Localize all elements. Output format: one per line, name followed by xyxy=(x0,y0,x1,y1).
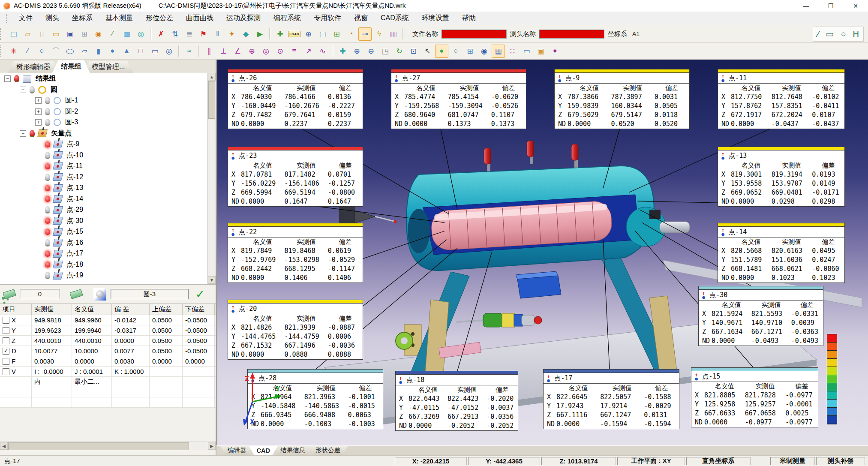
pattern-icon[interactable]: ∷ xyxy=(506,45,519,58)
file-name-field[interactable] xyxy=(442,30,507,39)
find-view-icon[interactable]: ◉ xyxy=(478,45,491,58)
blank-page-icon[interactable]: ▯ xyxy=(35,27,48,41)
list-icon[interactable]: ≣ xyxy=(183,27,196,41)
table-hscrollbar[interactable]: ◀ ▶ xyxy=(0,442,216,450)
plane-feature-icon[interactable]: ▱ xyxy=(78,45,91,58)
scroll-right-icon[interactable]: ▶ xyxy=(208,442,216,450)
probe-icon[interactable]: ✦ xyxy=(225,27,238,41)
bulb-off-icon[interactable] xyxy=(45,152,50,159)
image-icon[interactable]: ▣ xyxy=(534,45,547,58)
slot-feature-icon[interactable]: ▭ xyxy=(148,45,162,58)
bulb-on-icon[interactable] xyxy=(45,218,50,224)
collapse-icon[interactable]: − xyxy=(4,75,11,82)
point-feature-icon[interactable]: ✳ xyxy=(7,45,20,58)
confirm-check-icon[interactable]: ✓ xyxy=(195,288,205,301)
tree-item-圆-3[interactable]: +圆-3 xyxy=(0,117,216,128)
menu-item-9[interactable]: 视窗 xyxy=(348,12,374,24)
tree-item-点-17[interactable]: 点-17 xyxy=(0,248,216,259)
table-row[interactable]: Y199.9623199.9940-0.03170.0500-0.0500 xyxy=(0,325,216,336)
concentricity-icon[interactable]: ◎ xyxy=(259,45,273,58)
bulb-off-icon[interactable] xyxy=(45,206,50,213)
menu-item-10[interactable]: CAD系统 xyxy=(374,12,415,24)
row-checkbox[interactable] xyxy=(3,317,9,324)
expand-icon[interactable]: + xyxy=(35,119,42,126)
parallel-icon[interactable]: ∥ xyxy=(203,45,216,58)
load-button[interactable]: LOAD xyxy=(288,27,301,41)
table-row[interactable] xyxy=(0,397,216,408)
table-row[interactable] xyxy=(0,387,216,397)
cad-viewport[interactable]: ↑●点-26名义值实测值偏差X786.4030786.41660.0136Y-1… xyxy=(216,60,868,445)
row-checkbox[interactable] xyxy=(3,368,9,375)
table-row[interactable]: X949.9818949.9960-0.01420.0500-0.0500 xyxy=(0,315,216,325)
bulb-on-icon[interactable] xyxy=(45,163,50,169)
expand-icon[interactable]: + xyxy=(35,97,42,104)
rect-draw-icon[interactable]: ▭ xyxy=(826,30,834,38)
perpendicular-icon[interactable]: ⊥ xyxy=(217,45,230,58)
bulb-on-icon[interactable] xyxy=(45,262,50,268)
viewport-tab-3[interactable]: 形状公差 xyxy=(308,446,348,455)
row-checkbox[interactable] xyxy=(3,358,9,365)
feature-type-button[interactable] xyxy=(93,288,106,301)
menu-item-12[interactable]: 帮助 xyxy=(456,12,482,24)
bulb-off-icon[interactable] xyxy=(45,174,50,181)
profile-icon[interactable]: ∿ xyxy=(316,45,329,58)
tree-item-点-14[interactable]: 点-14 xyxy=(0,194,216,205)
sort-icon[interactable]: ⇅ xyxy=(168,27,182,41)
table-row[interactable]: Z440.0010440.00100.00000.0500-0.0500 xyxy=(0,336,216,346)
left-tab-2[interactable]: 模型管理... xyxy=(83,61,133,73)
zoom-in-icon[interactable]: ⊕ xyxy=(350,45,363,58)
tree-item-圆[interactable]: −圆 xyxy=(0,84,216,96)
bars-icon[interactable]: ‖ xyxy=(211,27,224,41)
menu-item-0[interactable]: 文件 xyxy=(12,12,39,24)
square-feature-icon[interactable]: □ xyxy=(134,45,147,58)
row-checkbox[interactable]: ✓ xyxy=(3,348,9,355)
table-row[interactable]: 内最小二... xyxy=(0,377,216,387)
layers-icon[interactable]: ▦ xyxy=(120,27,133,41)
zoom-window-icon[interactable]: ⊡ xyxy=(407,45,420,58)
bulb-off-icon[interactable] xyxy=(45,239,50,247)
arc-feature-icon[interactable]: ⌒ xyxy=(49,45,63,58)
circle-feature-icon[interactable]: ○ xyxy=(35,45,48,58)
table-row[interactable]: F0.00300.00000.00300.00000.0000 xyxy=(0,356,216,367)
tree-item-圆-1[interactable]: +圆-1 xyxy=(0,95,216,106)
menu-item-11[interactable]: 环境设置 xyxy=(415,12,456,24)
tree-item-点-30[interactable]: 点-30 xyxy=(0,216,216,227)
close-button[interactable]: ✕ xyxy=(843,0,868,12)
window-icon[interactable]: ▢ xyxy=(316,27,329,41)
viewport-tab-1[interactable]: CAD xyxy=(249,446,278,455)
bulb-on-icon[interactable] xyxy=(45,229,50,235)
select-cursor-icon[interactable]: ↖ xyxy=(421,45,434,58)
scroll-down-icon[interactable]: ▼ xyxy=(208,276,216,284)
bulb-off-icon[interactable] xyxy=(45,108,50,115)
dcc-move-icon[interactable]: ✚ xyxy=(273,27,287,41)
minimize-button[interactable]: — xyxy=(793,0,818,12)
symmetry-icon[interactable]: ≡ xyxy=(288,45,301,58)
probe-name-field[interactable] xyxy=(539,30,604,39)
save-icon[interactable]: ▣ xyxy=(63,27,77,41)
feature-name-field[interactable]: 圆-3 xyxy=(111,289,189,299)
erase-all-icon[interactable] xyxy=(3,289,16,299)
sphere-feature-icon[interactable]: ● xyxy=(106,45,119,58)
collapse-icon[interactable]: − xyxy=(20,87,26,93)
open-folder-icon[interactable]: ▭ xyxy=(49,27,63,41)
bulb-off-icon[interactable] xyxy=(45,119,50,126)
tree-item-结果组[interactable]: −结果组 xyxy=(0,73,216,84)
circle-tool-icon[interactable]: ○ xyxy=(449,45,463,58)
tree-scrollbar[interactable]: ▲ ▼ xyxy=(207,73,216,284)
tree-item-圆-2[interactable]: +圆-2 xyxy=(0,106,216,117)
copy-icon[interactable]: ⊞ xyxy=(78,27,91,41)
menu-item-7[interactable]: 编程系统 xyxy=(267,12,307,24)
bulb-off-icon[interactable] xyxy=(45,97,50,104)
grid-icon[interactable]: ⊞ xyxy=(330,27,343,41)
bulb-on-icon[interactable] xyxy=(45,196,50,202)
gem-icon[interactable]: ◆ xyxy=(239,27,252,41)
count-input[interactable]: 0 xyxy=(20,289,60,299)
bulb-on-icon[interactable] xyxy=(45,141,50,147)
tree-item-点-10[interactable]: 点-10 xyxy=(0,150,216,161)
menu-item-6[interactable]: 运动及探测 xyxy=(220,12,267,24)
flag-icon[interactable]: ⚑ xyxy=(197,27,210,41)
lock-icon[interactable]: ◉ xyxy=(92,27,105,41)
tree-item-点-18[interactable]: 点-18 xyxy=(0,259,216,271)
effects-icon[interactable]: ✦ xyxy=(548,45,562,58)
bulb-off-icon[interactable] xyxy=(30,130,35,137)
